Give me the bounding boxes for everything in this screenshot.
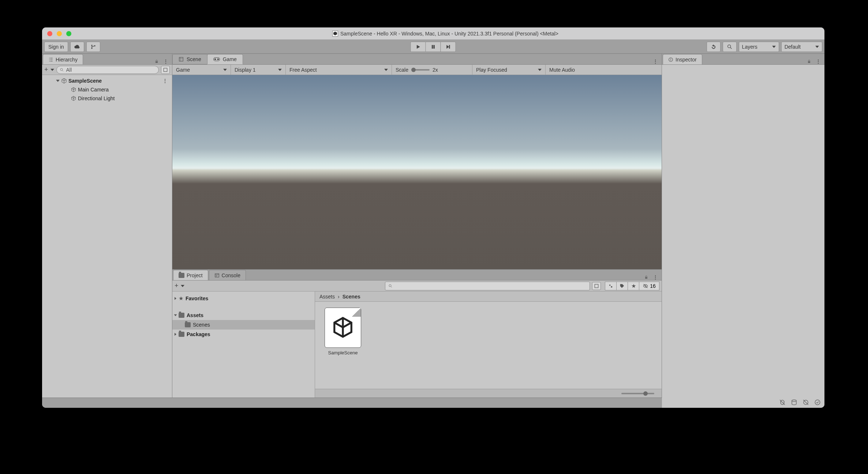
hidden-packages-toggle[interactable]: 16 <box>639 282 659 290</box>
hierarchy-search[interactable]: All <box>56 66 159 74</box>
dropdown-caret-icon <box>50 69 54 71</box>
filter-by-label-button[interactable] <box>616 282 628 290</box>
inspector-tab[interactable]: Inspector <box>663 54 702 64</box>
create-dropdown[interactable]: + <box>44 66 48 74</box>
folder-icon <box>179 273 184 278</box>
svg-point-16 <box>389 285 391 287</box>
svg-point-8 <box>60 68 63 71</box>
minimize-window-button[interactable] <box>57 31 62 36</box>
assets-label: Assets <box>187 312 203 318</box>
asset-item[interactable]: SampleScene <box>321 308 365 356</box>
play-button[interactable] <box>411 42 426 52</box>
hierarchy-item[interactable]: Main Camera <box>42 85 172 94</box>
svg-rect-10 <box>179 57 183 61</box>
game-viewport[interactable] <box>172 75 662 269</box>
panel-menu-button[interactable]: ⋮ <box>653 274 659 280</box>
hierarchy-tab[interactable]: Hierarchy <box>43 54 83 64</box>
inspector-panel: Inspector ⋮ <box>662 54 824 398</box>
panel-menu-button[interactable]: ⋮ <box>816 59 822 64</box>
window-controls <box>47 31 71 36</box>
filter-by-type-button[interactable] <box>605 282 617 290</box>
svg-rect-7 <box>156 61 158 63</box>
expand-toggle-icon[interactable] <box>175 333 176 336</box>
thumbnail-size-slider[interactable] <box>621 393 654 394</box>
star-icon: ★ <box>179 295 183 302</box>
lock-icon[interactable] <box>806 59 812 64</box>
project-folder-tree: ★ Favorites Assets Scenes <box>172 291 315 398</box>
close-window-button[interactable] <box>47 31 52 36</box>
favorites-row[interactable]: ★ Favorites <box>172 294 315 303</box>
lock-icon[interactable] <box>154 59 160 64</box>
project-search[interactable] <box>385 282 590 290</box>
eye-off-icon <box>643 283 648 289</box>
svg-rect-19 <box>611 286 613 287</box>
svg-point-25 <box>792 400 796 402</box>
dropdown-caret-icon <box>181 285 184 287</box>
game-mode-dropdown[interactable]: Game <box>172 65 231 75</box>
packages-row[interactable]: Packages <box>172 330 315 339</box>
layers-dropdown[interactable]: Layers <box>739 42 779 52</box>
gameobject-icon <box>71 87 76 93</box>
expand-toggle-icon[interactable] <box>56 80 60 82</box>
scale-control[interactable]: Scale 2x <box>392 65 472 75</box>
scene-row[interactable]: SampleScene ⋮ <box>42 76 172 85</box>
save-search-button[interactable]: ★ <box>628 282 639 290</box>
game-tab[interactable]: Game <box>207 54 243 64</box>
svg-point-23 <box>670 58 671 59</box>
cloud-button[interactable] <box>70 42 84 52</box>
aspect-dropdown[interactable]: Free Aspect <box>286 65 392 75</box>
svg-rect-22 <box>670 59 671 60</box>
mute-audio-toggle[interactable]: Mute Audio <box>546 65 579 75</box>
hierarchy-toolbar: + All <box>42 65 172 75</box>
scene-menu-button[interactable]: ⋮ <box>162 78 168 84</box>
create-asset-dropdown[interactable]: + <box>175 282 179 290</box>
zoom-window-button[interactable] <box>66 31 71 36</box>
focus-dropdown[interactable]: Play Focused <box>472 65 546 75</box>
dropdown-caret-icon <box>538 69 542 71</box>
breadcrumb-leaf[interactable]: Scenes <box>343 294 360 300</box>
assets-row[interactable]: Assets <box>172 311 315 320</box>
play-icon <box>415 44 421 50</box>
dropdown-caret-icon <box>772 46 776 48</box>
expand-toggle-icon[interactable] <box>174 315 177 316</box>
auto-refresh-icon[interactable] <box>802 399 809 407</box>
debug-mode-icon[interactable] <box>779 399 786 407</box>
undo-history-button[interactable] <box>707 42 721 52</box>
cache-server-icon[interactable] <box>791 399 797 407</box>
step-button[interactable] <box>441 42 456 52</box>
signin-button[interactable]: Sign in <box>44 42 68 52</box>
scene-icon <box>179 57 184 62</box>
console-tab-label: Console <box>222 272 240 278</box>
progress-check-icon[interactable] <box>814 399 821 407</box>
console-tab[interactable]: Console <box>209 270 246 280</box>
scale-value: 2x <box>433 67 438 73</box>
hierarchy-item[interactable]: Directional Light <box>42 94 172 103</box>
scene-tab[interactable]: Scene <box>172 54 207 64</box>
search-picker-button[interactable] <box>592 282 601 290</box>
hierarchy-search-mode[interactable] <box>161 66 170 74</box>
svg-rect-17 <box>595 284 598 287</box>
hierarchy-panel: Hierarchy ⋮ + All <box>42 54 172 398</box>
layout-dropdown[interactable]: Default <box>781 42 822 52</box>
panel-menu-button[interactable]: ⋮ <box>653 59 659 64</box>
project-tabrow: Project Console ⋮ <box>172 270 662 281</box>
project-tab[interactable]: Project <box>173 270 208 280</box>
pause-button[interactable] <box>426 42 441 52</box>
hierarchy-tab-label: Hierarchy <box>56 57 78 63</box>
svg-rect-3 <box>432 45 433 48</box>
asset-grid: SampleScene <box>315 302 662 389</box>
expand-toggle-icon[interactable] <box>175 297 176 300</box>
scene-name: SampleScene <box>68 78 102 84</box>
project-toolbar: + ★ 16 <box>172 281 662 291</box>
scenes-folder-row[interactable]: Scenes <box>172 320 315 330</box>
branch-icon <box>90 44 96 50</box>
panel-menu-button[interactable]: ⋮ <box>163 59 169 64</box>
scale-slider[interactable] <box>411 69 430 71</box>
breadcrumb-root[interactable]: Assets <box>319 294 335 300</box>
display-dropdown[interactable]: Display 1 <box>231 65 286 75</box>
lock-icon[interactable] <box>643 274 649 280</box>
dropdown-caret-icon <box>815 46 819 48</box>
global-search-button[interactable] <box>723 42 737 52</box>
version-control-button[interactable] <box>86 42 100 52</box>
unity-editor-window: SampleScene - Hello XR - Windows, Mac, L… <box>42 27 824 408</box>
